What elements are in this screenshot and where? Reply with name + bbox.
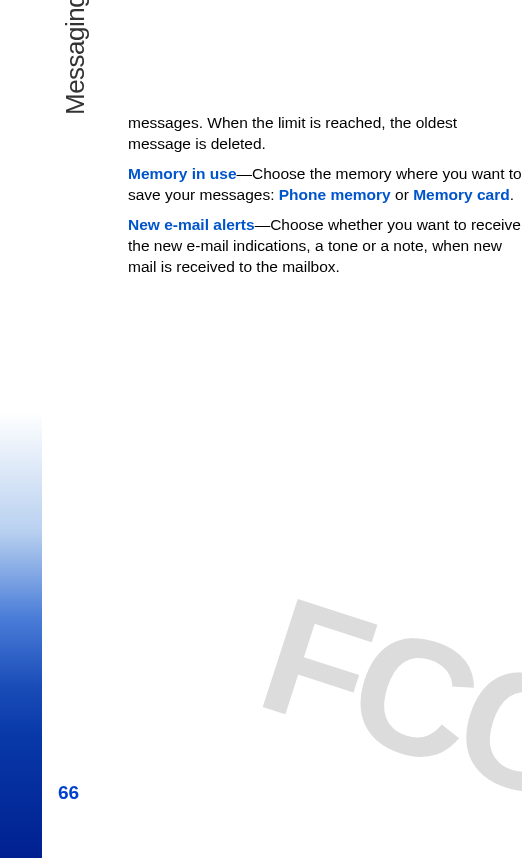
- paragraph-2-end: .: [510, 186, 514, 203]
- paragraph-3: New e-mail alerts—Choose whether you wan…: [128, 215, 522, 278]
- memory-card-option: Memory card: [413, 186, 509, 203]
- memory-in-use-label: Memory in use: [128, 165, 237, 182]
- phone-memory-option: Phone memory: [279, 186, 391, 203]
- paragraph-2-or: or: [391, 186, 413, 203]
- paragraph-2: Memory in use—Choose the memory where yo…: [128, 164, 522, 206]
- fcc-watermark: FCC: [240, 560, 522, 837]
- paragraph-1-text: messages. When the limit is reached, the…: [128, 114, 457, 152]
- section-title: Messaging: [60, 0, 91, 115]
- paragraph-1: messages. When the limit is reached, the…: [128, 113, 522, 155]
- left-gradient-bar: [0, 0, 42, 858]
- page-number: 66: [58, 782, 79, 804]
- body-content: messages. When the limit is reached, the…: [128, 113, 522, 286]
- new-email-alerts-label: New e-mail alerts: [128, 216, 255, 233]
